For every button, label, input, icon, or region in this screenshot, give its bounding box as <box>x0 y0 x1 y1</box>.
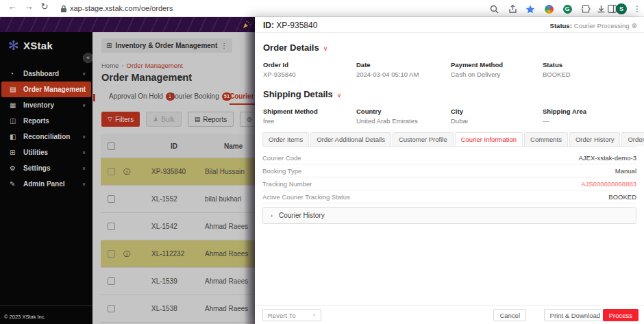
select-value: Revert To <box>268 312 295 319</box>
row-checkbox[interactable] <box>108 250 115 258</box>
sidebar-menu: ◔ Dashboard ∨ ▤ Order Management ▦ Inven… <box>0 66 92 192</box>
bookmark-star-icon[interactable] <box>524 3 536 15</box>
shipping-details-section-title: Shipping Details∨ <box>263 89 341 99</box>
sidebar-item-settings[interactable]: ⚙ Settings ∨ <box>0 160 92 176</box>
row-value: BOOKED <box>608 193 636 201</box>
table-row[interactable]: ⓘ XP-935840 Bilal Hussain <box>101 158 255 186</box>
cancel-button[interactable]: Cancel <box>493 309 526 321</box>
drawer-tab-bar: Order Items Order Additional Details Cus… <box>262 132 636 147</box>
funnel-icon: ▽ <box>108 116 112 123</box>
row-checkbox[interactable] <box>108 277 115 285</box>
settings-gear-icon: ⚙ <box>10 164 18 172</box>
tracking-number-link[interactable]: AJS000000068883 <box>581 180 636 188</box>
table-row[interactable]: XL-1538 Ahmad Raees <box>101 295 255 323</box>
share-icon[interactable] <box>506 3 519 15</box>
collapse-chevron-icon[interactable]: ∨ <box>337 92 342 99</box>
address-bar[interactable]: xap-stage.xstak.com/oe/orders <box>70 4 173 12</box>
order-status-tabs: Approval On Hold1 Courier Booking51 Cour… <box>92 92 255 105</box>
browser-toolbar: ← → ↻ xap-stage.xstak.com/oe/orders G S … <box>0 0 644 17</box>
courier-history-collapse[interactable]: › Courier History <box>262 207 636 224</box>
grid-icon: ⊞ <box>106 42 112 49</box>
breadcrumb-current[interactable]: Order Management <box>127 62 183 69</box>
sidebar-item-inventory[interactable]: ▦ Inventory ∨ <box>0 97 92 113</box>
reconciliation-icon: ◧ <box>10 133 18 140</box>
table-row[interactable]: XL-1542 Ahmad Raees <box>101 213 255 240</box>
cell-id: XL-112232 <box>151 250 205 258</box>
workspace-switcher-chip[interactable]: ⊞ Inventory & Order Management ⋮ <box>101 38 232 53</box>
search-icon[interactable] <box>488 3 500 15</box>
xstak-logo: ✻ XStak <box>8 38 53 53</box>
browser-forward-icon[interactable]: → <box>22 1 36 12</box>
grammarly-icon[interactable]: G <box>561 3 573 15</box>
bulk-button[interactable]: ♟ Bulk <box>146 112 182 127</box>
extension-color-icon[interactable] <box>543 3 555 15</box>
row-label: Courier Code <box>262 154 301 162</box>
row-checkbox[interactable] <box>108 195 115 203</box>
breadcrumb: Home›Order Management <box>101 62 183 69</box>
sidebar-item-utilities[interactable]: ⊞ Utilities ∨ <box>0 145 92 160</box>
drawer-header: ID: XP-935840 Status: Courier Processing… <box>255 17 644 33</box>
tab-order-tags[interactable]: Order Tags <box>621 132 644 146</box>
cell-name: Bilal Hussain <box>205 168 245 175</box>
cell-id: XL-1539 <box>151 277 205 285</box>
process-button[interactable]: Process <box>603 309 639 321</box>
browser-back-icon[interactable]: ← <box>5 1 19 12</box>
tab-courier-processing[interactable]: Courier Pro <box>230 92 255 100</box>
tracking-number-row: Tracking Number AJS000000068883 <box>262 177 636 190</box>
sidebar-item-dashboard[interactable]: ◔ Dashboard ∨ <box>0 66 92 82</box>
sidebar-item-label: Order Management <box>23 86 86 93</box>
tab-comments[interactable]: Comments <box>524 132 568 146</box>
tab-order-items[interactable]: Order Items <box>262 132 309 146</box>
tab-courier-booking[interactable]: Courier Booking51 <box>170 92 232 101</box>
select-all-checkbox[interactable] <box>108 142 115 150</box>
cell-name: Ahmad Raees <box>205 223 248 230</box>
utilities-icon: ⊞ <box>10 149 18 156</box>
collapse-chevron-icon[interactable]: ∨ <box>323 45 328 52</box>
tab-courier-information[interactable]: Courier Information <box>455 132 523 146</box>
person-icon: ♟ <box>153 116 158 123</box>
sidebar-item-reports[interactable]: ◫ Reports <box>0 113 92 129</box>
sidebar-item-admin-panel[interactable]: ✎ Admin Panel ∨ <box>0 176 92 192</box>
row-checkbox[interactable] <box>108 168 115 175</box>
reports-button[interactable]: ▤ Reports <box>188 112 234 127</box>
breadcrumb-home[interactable]: Home <box>101 62 119 69</box>
table-row[interactable]: XL-1552 bilal bukhari <box>101 186 255 213</box>
chevron-down-icon: ∨ <box>312 312 316 318</box>
inventory-icon: ▦ <box>10 101 18 109</box>
browser-menu-icon[interactable]: ⋮ <box>631 3 643 15</box>
field-value: XP-935840 <box>263 71 356 78</box>
refresh-icon[interactable]: ↻ <box>177 73 184 83</box>
revert-to-select[interactable]: Revert To ∨ <box>262 309 321 321</box>
sidebar-item-reconciliation[interactable]: ◧ Reconciliation ∨ <box>0 129 92 145</box>
actions-via-file-button[interactable]: ◎ Actions via F <box>240 112 255 127</box>
status-value: Courier Processing <box>574 22 630 29</box>
tab-approval-on-hold[interactable]: Approval On Hold1 <box>109 92 175 101</box>
order-details-grid: Order IdXP-935840 Date2024-03-04 05:10 A… <box>263 61 636 78</box>
status-info-icon[interactable]: ⊗ <box>632 22 637 29</box>
tab-customer-profile[interactable]: Customer Profile <box>393 132 454 146</box>
print-download-button[interactable]: Print & Download <box>544 309 606 321</box>
courier-info-list: Courier Code AJEX-xstak-demo-3 Booking T… <box>262 151 636 203</box>
table-header-row: ID Name <box>101 134 255 158</box>
tab-order-additional-details[interactable]: Order Additional Details <box>310 132 391 146</box>
browser-reload-icon[interactable]: ↻ <box>38 1 51 12</box>
info-icon[interactable]: ⓘ <box>123 249 133 259</box>
sidebar-item-order-management[interactable]: ▤ Order Management <box>1 82 91 97</box>
extensions-puzzle-icon[interactable] <box>580 3 592 15</box>
table-row[interactable]: ⓘ XL-112232 Ahmad Raees <box>101 240 255 268</box>
filters-button[interactable]: ▽ Filters <box>101 112 140 127</box>
drawer-footer: Revert To ∨ Cancel Print & Download Proc… <box>255 305 644 324</box>
tab-order-history[interactable]: Order History <box>569 132 620 146</box>
table-row[interactable]: XL-1539 Ahmad Raees <box>101 268 255 295</box>
main-content-dimmed: ⊞ Inventory & Order Management ⋮ Home›Or… <box>92 32 255 324</box>
admin-panel-icon: ✎ <box>10 180 18 188</box>
row-checkbox[interactable] <box>108 223 115 230</box>
sidebar-collapse-button[interactable]: « <box>83 53 93 63</box>
row-checkbox[interactable] <box>108 305 115 312</box>
profile-avatar[interactable]: S <box>615 3 628 15</box>
info-icon[interactable]: ⓘ <box>123 167 133 177</box>
sidebar-item-label: Utilities <box>23 149 48 156</box>
sidebar-item-label: Dashboard <box>23 70 59 77</box>
sidebar-item-label: Reconciliation <box>23 133 70 140</box>
cell-id: XL-1552 <box>151 195 205 203</box>
